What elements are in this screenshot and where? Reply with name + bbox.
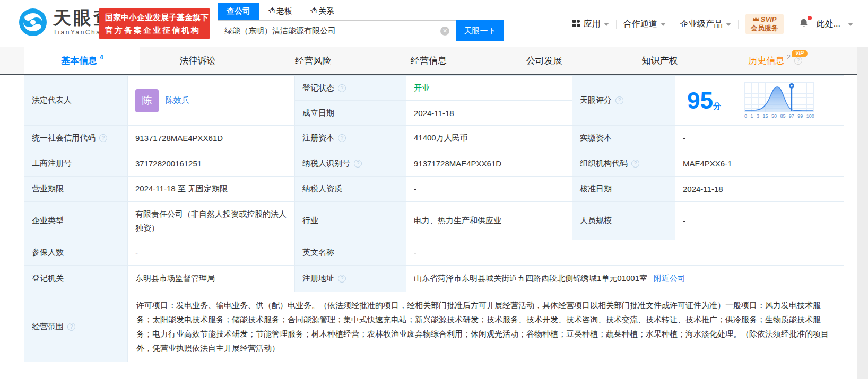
page-gutter <box>857 47 868 379</box>
industry-label-text: 行业 <box>302 216 318 226</box>
notification-dot <box>808 16 812 20</box>
nearby-companies-link[interactable]: 附近公司 <box>654 274 685 284</box>
nav-user-menu[interactable]: 此处... <box>817 19 853 30</box>
field-value-staff-size: - <box>675 202 844 240</box>
taxpayer-quality-value-text: - <box>414 184 416 193</box>
credit-code-value-text: 91371728MAE4PXX61D <box>135 134 223 143</box>
reg-address-value-text: 山东省菏泽市东明县城关街道五四路西段北侧锦绣城1单元01001室 <box>414 274 647 284</box>
legal-rep-label-text: 法定代表人 <box>32 95 72 105</box>
tab-business-risk-label: 经营风险 <box>295 55 331 67</box>
reg-number-label-text: 工商注册号 <box>32 158 72 169</box>
field-value-industry: 电力、热力生产和供应业 <box>406 202 572 240</box>
field-value-reg-status: 开业 <box>406 76 572 101</box>
field-value-company-type: 有限责任公司（非自然人投资或控股的法人独资） <box>128 202 295 240</box>
field-label-paid-capital: 实缴资本 <box>572 126 675 151</box>
nav-cooperation-label: 合作通道 <box>623 19 657 30</box>
tab-business-info-label: 经营信息 <box>411 55 447 67</box>
field-label-insured-count: 参保人数 <box>24 240 128 266</box>
help-icon[interactable] <box>338 134 346 142</box>
field-label-credit-code: 统一社会信用代码 <box>24 126 128 151</box>
help-icon[interactable] <box>99 134 107 142</box>
help-icon[interactable] <box>67 323 75 331</box>
apps-grid-icon <box>572 19 580 30</box>
tab-company-development-label: 公司发展 <box>526 55 562 67</box>
field-label-reg-authority: 登记机关 <box>24 266 128 292</box>
search-tab-company[interactable]: 查公司 <box>218 3 259 20</box>
field-value-legal-rep: 陈 陈效兵 <box>128 76 295 126</box>
company-detail-panel: 基本信息 4 法律诉讼 经营风险 经营信息 公司发展 知识产权 历史信息 2 V… <box>0 47 857 379</box>
field-label-org-code: 组织机构代码 <box>572 151 675 177</box>
help-icon[interactable] <box>338 84 346 92</box>
chevron-down-icon <box>726 23 731 26</box>
taxpayer-quality-label-text: 纳税人资质 <box>302 184 342 194</box>
nav-enterprise-products[interactable]: 企业级产品 <box>680 19 731 30</box>
notification-bell-icon[interactable] <box>798 17 810 31</box>
chevron-down-icon <box>604 23 609 26</box>
field-value-business-scope: 许可项目：发电业务、输电业务、供（配）电业务。（依法须经批准的项目，经相关部门批… <box>128 292 844 362</box>
field-value-insured-count: - <box>128 240 295 266</box>
field-value-business-term: 2024-11-18 至 无固定期限 <box>128 177 295 202</box>
svip-member-button[interactable]: SVIP 会员服务 <box>745 14 784 34</box>
tab-legal-lawsuits[interactable]: 法律诉讼 <box>140 47 256 74</box>
approval-date-value-text: 2024-11-18 <box>683 184 723 193</box>
svip-label: SVIP <box>761 15 777 23</box>
reg-authority-label-text: 登记机关 <box>32 274 64 284</box>
field-value-score: 95分 <box>675 76 844 126</box>
tick: 97 <box>789 113 794 119</box>
nav-apps[interactable]: 应用 <box>572 19 609 30</box>
help-icon[interactable] <box>631 160 639 168</box>
field-label-reg-status: 登记状态 <box>295 76 406 101</box>
search-button[interactable]: 天眼一下 <box>456 20 504 41</box>
search-tab-boss[interactable]: 查老板 <box>259 3 301 20</box>
legal-rep-avatar[interactable]: 陈 <box>135 89 159 112</box>
search-input[interactable] <box>218 20 456 41</box>
field-label-staff-size: 人员规模 <box>572 202 675 240</box>
tick: 15 <box>762 113 768 119</box>
field-label-business-term: 营业期限 <box>24 177 128 202</box>
score-unit: 分 <box>713 101 721 110</box>
crown-icon <box>752 15 759 23</box>
taxpayer-id-value-text: 91371728MAE4PXX61D <box>414 159 501 168</box>
search-tab-relation[interactable]: 查关系 <box>301 3 343 20</box>
tab-intellectual-property[interactable]: 知识产权 <box>602 47 718 74</box>
tick: 1 <box>750 113 753 119</box>
vip-badge: VIP <box>792 50 808 57</box>
nav-apps-label: 应用 <box>584 19 601 30</box>
tab-company-development[interactable]: 公司发展 <box>487 47 602 74</box>
chevron-down-icon <box>661 23 666 26</box>
establish-date-value-text: 2024-11-18 <box>414 109 454 118</box>
search-clear-icon[interactable] <box>440 27 449 36</box>
tick: 50 <box>771 113 777 119</box>
help-icon[interactable] <box>615 96 623 104</box>
score-chart-axis: 0 1 3 15 50 85 97 99 100 <box>744 113 814 119</box>
tab-history-info-label: 历史信息 <box>748 55 784 67</box>
field-label-taxpayer-id: 纳税人识别号 <box>295 151 406 177</box>
tab-business-risk[interactable]: 经营风险 <box>255 47 371 74</box>
legal-rep-name-link[interactable]: 陈效兵 <box>166 95 189 105</box>
tab-basic-info-count: 4 <box>100 54 103 61</box>
nav-cooperation[interactable]: 合作通道 <box>623 19 666 30</box>
tab-business-info[interactable]: 经营信息 <box>371 47 487 74</box>
field-value-reg-authority: 东明县市场监督管理局 <box>128 266 295 292</box>
field-label-approval-date: 核准日期 <box>572 177 675 202</box>
field-label-legal-rep: 法定代表人 <box>24 76 128 126</box>
insured-count-label-text: 参保人数 <box>32 248 64 258</box>
tab-basic-info[interactable]: 基本信息 4 <box>24 47 140 74</box>
help-icon[interactable] <box>338 275 346 283</box>
tab-history-info[interactable]: 历史信息 2 VIP <box>717 47 833 74</box>
score-number: 95 <box>687 87 713 113</box>
help-icon[interactable] <box>794 57 802 65</box>
field-value-paid-capital: - <box>675 126 844 151</box>
status-badge: 开业 <box>414 83 430 93</box>
establish-date-label-text: 成立日期 <box>302 108 334 118</box>
industry-value-text: 电力、热力生产和供应业 <box>414 216 501 226</box>
help-icon[interactable] <box>354 160 362 168</box>
nav-separator <box>738 20 739 29</box>
reg-capital-label-text: 注册资本 <box>302 133 334 143</box>
field-label-company-type: 企业类型 <box>24 202 128 240</box>
paid-capital-label-text: 实缴资本 <box>580 133 612 143</box>
field-value-credit-code: 91371728MAE4PXX61D <box>128 126 295 151</box>
search-block: 查公司 查老板 查关系 天眼一下 <box>218 3 504 41</box>
reg-capital-value-text: 41400万人民币 <box>414 133 468 143</box>
nav-separator <box>791 20 791 29</box>
